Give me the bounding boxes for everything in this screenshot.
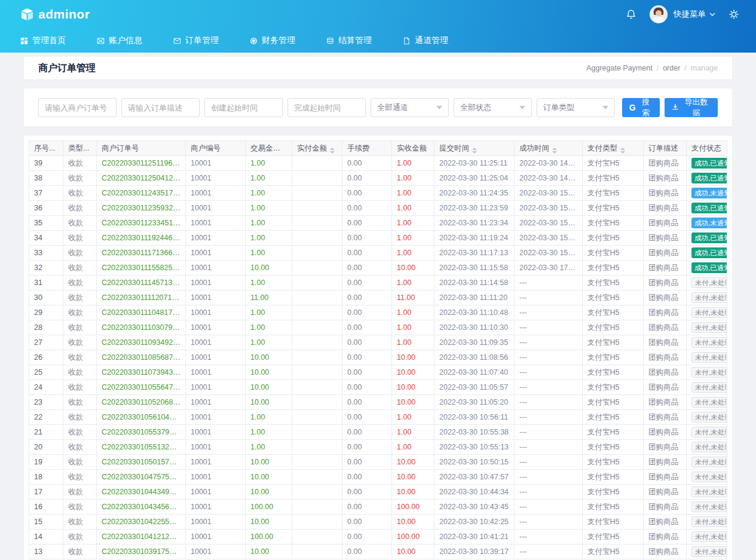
sort-carets-icon[interactable]: [283, 148, 288, 154]
breadcrumb-item[interactable]: order: [663, 64, 680, 72]
cell-tx_amount: 1.00: [246, 305, 292, 320]
nav-item-channel[interactable]: 通道管理: [403, 35, 448, 46]
search-icon: G: [629, 103, 636, 112]
status-badge: 未付,未处理: [691, 501, 727, 512]
order-desc-input[interactable]: [121, 98, 200, 117]
status-badge: 未付,未处理: [691, 292, 727, 303]
column-header-success_time[interactable]: 成功时间: [515, 141, 583, 156]
cell-paid_amount: [292, 485, 342, 500]
column-header-tx_amount[interactable]: 交易金额: [246, 141, 292, 156]
cell-success_time: 2022-03-30 14:50:55: [515, 171, 583, 186]
cell-merchant_no: 10001: [186, 515, 246, 530]
nav-item-finance[interactable]: 财务管理: [250, 35, 295, 46]
table-row: 37收款C20220330112435177520100011.000.001.…: [29, 186, 727, 201]
app-header: adminor 快捷菜单 管理首页账户信息订单管理财务管理结算管理通道管理: [0, 0, 756, 53]
cell-fee: 0.00: [342, 335, 392, 350]
avatar[interactable]: [650, 5, 668, 23]
cell-paid_amount: [292, 246, 342, 261]
cell-seq: 36: [29, 201, 63, 216]
cell-order_no: C20220330111713665680: [97, 246, 186, 261]
page-header: 商户订单管理 Aggregate Payment/order/manage: [24, 57, 732, 79]
cell-type: 收款: [63, 156, 97, 171]
cell-desc: 团购商品: [644, 395, 687, 410]
file-icon: [403, 37, 411, 45]
cell-seq: 21: [29, 425, 63, 440]
status-badge: 成功,已通知: [691, 158, 727, 169]
cell-recv_amount: 10.00: [392, 395, 434, 410]
cell-status: 成功,已通知: [687, 246, 727, 261]
cell-pay_type: 支付宝H5: [583, 186, 644, 201]
cell-desc: 团购商品: [644, 455, 687, 470]
column-header-pay_type[interactable]: 支付类型: [583, 141, 644, 156]
column-header-label: 提交时间: [439, 144, 469, 152]
nav-item-account[interactable]: 账户信息: [97, 35, 142, 46]
cell-recv_amount: 10.00: [392, 455, 434, 470]
cell-recv_amount: 1.00: [392, 216, 434, 231]
status-badge: 未付,未处理: [691, 412, 727, 423]
quick-menu-dropdown[interactable]: 快捷菜单: [674, 9, 715, 20]
cell-tx_amount: 1.00: [246, 276, 292, 290]
cell-success_time: 2022-03-30 14:48:45: [515, 156, 583, 171]
sort-carets-icon[interactable]: [552, 148, 557, 154]
cell-paid_amount: [292, 335, 342, 350]
status-badge: 未付,未处理: [691, 337, 727, 348]
cell-desc: 团购商品: [644, 530, 687, 544]
order-type-select[interactable]: 订单类型: [537, 98, 615, 117]
cell-pay_type: 支付宝H5: [583, 455, 644, 470]
column-header-paid_amount[interactable]: 实付金额: [292, 141, 342, 156]
cell-recv_amount: 1.00: [392, 201, 434, 216]
bell-icon[interactable]: [626, 9, 636, 20]
export-data-button[interactable]: 导出数据: [665, 98, 718, 117]
cell-seq: 39: [29, 156, 63, 171]
column-header-submit_time[interactable]: 提交时间: [434, 141, 515, 156]
search-button[interactable]: G搜索: [622, 98, 660, 117]
cell-paid_amount: [292, 395, 342, 410]
cell-paid_amount: [292, 186, 342, 201]
table-row: 30收款C202203301111207157191000111.000.001…: [29, 290, 727, 305]
nav-item-label: 订单管理: [185, 35, 219, 46]
status-select[interactable]: 全部状态: [454, 98, 532, 117]
table-row: 22收款C20220330105610451005100011.000.001.…: [29, 410, 727, 425]
breadcrumb-item[interactable]: Aggregate Payment: [586, 64, 653, 72]
cell-fee: 0.00: [342, 320, 392, 335]
cell-paid_amount: [292, 261, 342, 276]
cell-seq: 38: [29, 171, 63, 186]
logo[interactable]: adminor: [20, 7, 90, 22]
sort-carets-icon[interactable]: [472, 148, 477, 154]
nav-item-settlement[interactable]: 结算管理: [326, 35, 372, 46]
cell-order_no: C20220330112504121527: [97, 171, 186, 186]
cell-seq: 37: [29, 186, 63, 201]
cell-recv_amount: 1.00: [392, 335, 434, 350]
cell-submit_time: 2022-03-30 11:07:40: [434, 365, 515, 380]
cell-merchant_no: 10001: [186, 544, 246, 559]
cell-pay_type: 支付宝H5: [583, 365, 644, 380]
cell-merchant_no: 10001: [186, 470, 246, 485]
gear-icon[interactable]: [729, 9, 739, 20]
cell-submit_time: 2022-03-30 11:24:35: [434, 186, 515, 201]
cell-submit_time: 2022-03-30 11:05:57: [434, 380, 515, 395]
cell-pay_type: 支付宝H5: [583, 305, 644, 320]
channel-select[interactable]: 全部通道: [371, 98, 449, 117]
sort-carets-icon[interactable]: [330, 148, 335, 154]
status-badge: 未付,未处理: [691, 472, 727, 482]
cell-status: 未付,未处理: [687, 380, 727, 395]
order-no-input[interactable]: [38, 98, 117, 117]
create-time-input[interactable]: [204, 98, 283, 117]
cell-success_time: ---: [515, 410, 583, 425]
cell-submit_time: 2022-03-30 11:08:56: [434, 350, 515, 365]
nav-item-orders[interactable]: 订单管理: [173, 35, 219, 46]
cell-tx_amount: 10.00: [246, 515, 292, 530]
sort-carets-icon[interactable]: [620, 148, 625, 154]
nav-item-dashboard[interactable]: 管理首页: [20, 35, 66, 46]
status-badge: 成功,已通知: [691, 173, 727, 183]
cell-paid_amount: [292, 350, 342, 365]
cell-desc: 团购商品: [644, 201, 687, 216]
finish-time-input[interactable]: [287, 98, 366, 117]
cell-fee: 0.00: [342, 290, 392, 305]
cell-fee: 0.00: [342, 246, 392, 261]
cell-seq: 13: [29, 544, 63, 559]
export-button-label: 导出数据: [682, 97, 711, 118]
cell-merchant_no: 10001: [186, 395, 246, 410]
cell-recv_amount: 1.00: [392, 410, 434, 425]
cell-recv_amount: 100.00: [392, 500, 434, 515]
